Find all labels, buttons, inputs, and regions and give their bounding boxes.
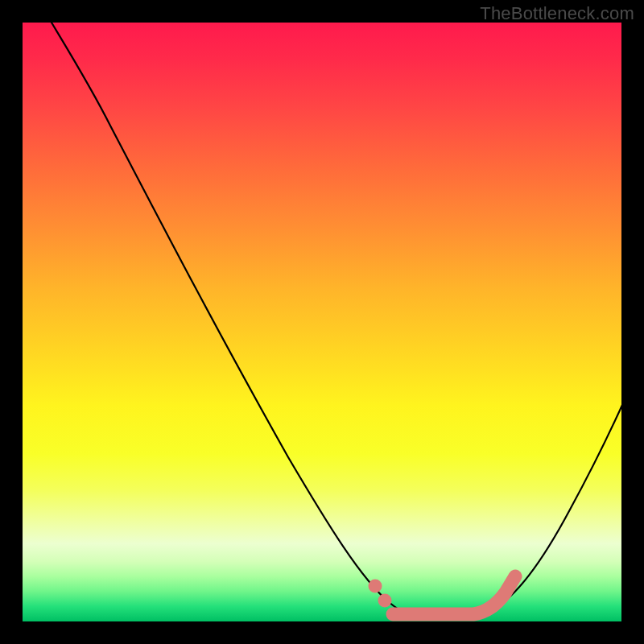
watermark-text: TheBottleneck.com	[480, 3, 634, 24]
highlight-dot-1	[369, 580, 382, 593]
chart-stage: TheBottleneck.com	[0, 0, 644, 644]
bottleneck-curve	[47, 14, 630, 619]
curve-svg	[23, 23, 621, 621]
plot-area	[23, 23, 621, 621]
highlight-dot-2	[378, 594, 392, 608]
highlight-flat-segment	[393, 576, 515, 614]
